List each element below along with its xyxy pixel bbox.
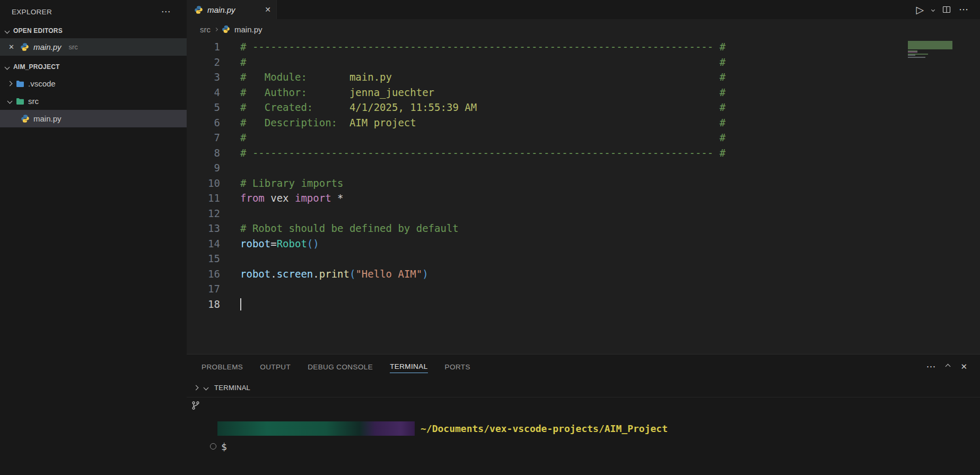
panel-tab-output[interactable]: OUTPUT (251, 355, 299, 378)
code-line[interactable]: 12 (187, 206, 980, 221)
line-number: 12 (187, 206, 220, 221)
python-icon (222, 25, 230, 33)
code-line[interactable]: 7# # (187, 130, 980, 145)
panel-tab-ports[interactable]: PORTS (436, 355, 479, 378)
chevron-right-icon[interactable] (194, 385, 199, 391)
chevron-down-icon[interactable] (204, 385, 209, 391)
line-number: 18 (187, 297, 220, 312)
panel-tab-debug-console[interactable]: DEBUG CONSOLE (299, 355, 381, 378)
code-line[interactable]: 6# Description: AIM project # (187, 115, 980, 131)
code-lines: 1# -------------------------------------… (187, 39, 980, 312)
code-text (220, 297, 241, 312)
project-label: AIM_PROJECT (13, 63, 60, 71)
line-number: 16 (187, 266, 220, 282)
code-text (220, 160, 240, 176)
vscode-window: EXPLORER ⋯ OPEN EDITORS ✕main.pysrc AIM_… (0, 0, 980, 475)
panel-tab-problems[interactable]: PROBLEMS (193, 355, 251, 378)
code-line[interactable]: 8# -------------------------------------… (187, 145, 980, 161)
line-number: 15 (187, 251, 220, 266)
code-text: # Robot should be defined by default (220, 221, 459, 236)
close-icon[interactable]: ✕ (265, 5, 271, 14)
line-number: 10 (187, 176, 220, 191)
editor-more-icon[interactable]: ⋯ (959, 4, 968, 15)
code-text: # # (220, 130, 725, 145)
line-number: 13 (187, 221, 220, 236)
panel-tab-label: OUTPUT (260, 360, 291, 373)
line-number: 2 (187, 55, 220, 70)
line-number: 9 (187, 160, 220, 176)
code-line[interactable]: 14robot=Robot() (187, 236, 980, 252)
open-editor-item[interactable]: ✕main.pysrc (0, 38, 187, 56)
text-cursor (240, 298, 241, 310)
terminal-output-line: ~/Documents/vex-vscode-projects/AIM_Proj… (217, 421, 980, 436)
panel-close-icon[interactable]: ✕ (960, 362, 967, 372)
src-folder-icon (15, 97, 24, 106)
code-line[interactable]: 16robot.screen.print("Hello AIM") (187, 266, 980, 282)
tree-item-vscode[interactable]: .vscode (0, 75, 187, 92)
code-text: robot.screen.print("Hello AIM") (220, 266, 428, 282)
prompt-gradient-bar (217, 421, 415, 436)
tab-main-py[interactable]: main.py ✕ (187, 0, 277, 19)
close-icon[interactable]: ✕ (8, 43, 16, 51)
tree-item-mainpy[interactable]: main.py (0, 110, 187, 127)
code-line[interactable]: 5# Created: 4/1/2025, 11:55:39 AM # (187, 100, 980, 115)
chevron-up-icon[interactable] (946, 364, 951, 369)
explorer-header: EXPLORER ⋯ (0, 0, 187, 23)
line-number: 8 (187, 145, 220, 161)
panel-more-icon[interactable]: ⋯ (926, 361, 935, 373)
code-line[interactable]: 4# Author: jenna_juechter # (187, 85, 980, 100)
code-line[interactable]: 3# Module: main.py # (187, 70, 980, 85)
tab-bar: main.py ✕ ▷ ⋯ (187, 0, 980, 19)
branch-icon[interactable] (191, 401, 200, 412)
line-number: 11 (187, 191, 220, 206)
run-icon[interactable]: ▷ (916, 5, 924, 15)
code-line[interactable]: 13# Robot should be defined by default (187, 221, 980, 236)
breadcrumb-file[interactable]: main.py (234, 25, 262, 34)
code-line[interactable]: 2# # (187, 55, 980, 70)
explorer-sidebar: EXPLORER ⋯ OPEN EDITORS ✕main.pysrc AIM_… (0, 0, 187, 475)
panel-tab-label: TERMINAL (390, 360, 427, 373)
terminal-cwd: ~/Documents/vex-vscode-projects/AIM_Proj… (421, 423, 668, 434)
terminal[interactable]: ~/Documents/vex-vscode-projects/AIM_Proj… (187, 398, 980, 475)
breadcrumb: src main.py (187, 19, 980, 39)
run-dropdown-chevron-icon[interactable] (931, 7, 935, 11)
panel-tab-terminal[interactable]: TERMINAL (381, 355, 436, 378)
code-line[interactable]: 17 (187, 281, 980, 297)
explorer-more-icon[interactable]: ⋯ (161, 6, 171, 18)
line-number: 6 (187, 115, 220, 131)
chevron-down-icon (7, 99, 13, 104)
code-editor[interactable]: 1# -------------------------------------… (187, 39, 980, 354)
project-header[interactable]: AIM_PROJECT (0, 59, 187, 75)
code-line[interactable]: 11from vex import * (187, 191, 980, 206)
panel-tab-label: PROBLEMS (202, 360, 243, 373)
chevron-right-icon (214, 27, 218, 31)
minimap-line (908, 59, 953, 60)
main-column: main.py ✕ ▷ ⋯ src main.py (187, 0, 980, 475)
line-number: 17 (187, 281, 220, 297)
breadcrumb-folder[interactable]: src (200, 25, 211, 34)
split-editor-icon[interactable] (942, 5, 951, 14)
tab-label: main.py (207, 5, 235, 14)
open-editors-header[interactable]: OPEN EDITORS (0, 23, 187, 38)
tree-item-label: main.py (33, 114, 62, 123)
code-text: # Description: AIM project # (220, 115, 725, 131)
tree-item-src[interactable]: src (0, 92, 187, 110)
code-line[interactable]: 15 (187, 251, 980, 266)
chevron-right-icon (7, 81, 13, 87)
line-number: 3 (187, 70, 220, 85)
code-text: # Created: 4/1/2025, 11:55:39 AM # (220, 100, 725, 115)
code-text: from vex import * (220, 191, 344, 206)
command-decoration-icon[interactable] (210, 443, 216, 450)
line-number: 14 (187, 236, 220, 252)
code-line[interactable]: 9 (187, 160, 980, 176)
code-line[interactable]: 1# -------------------------------------… (187, 39, 980, 55)
minimap[interactable] (908, 41, 953, 60)
python-icon (21, 114, 30, 123)
tree-item-label: src (28, 97, 39, 106)
code-line[interactable]: 10# Library imports (187, 176, 980, 191)
code-text: # Module: main.py # (220, 70, 725, 85)
code-text: # # (220, 55, 725, 70)
code-line[interactable]: 18 (187, 297, 980, 312)
terminal-section-header[interactable]: TERMINAL (187, 378, 980, 398)
panel-tab-label: DEBUG CONSOLE (308, 360, 373, 373)
